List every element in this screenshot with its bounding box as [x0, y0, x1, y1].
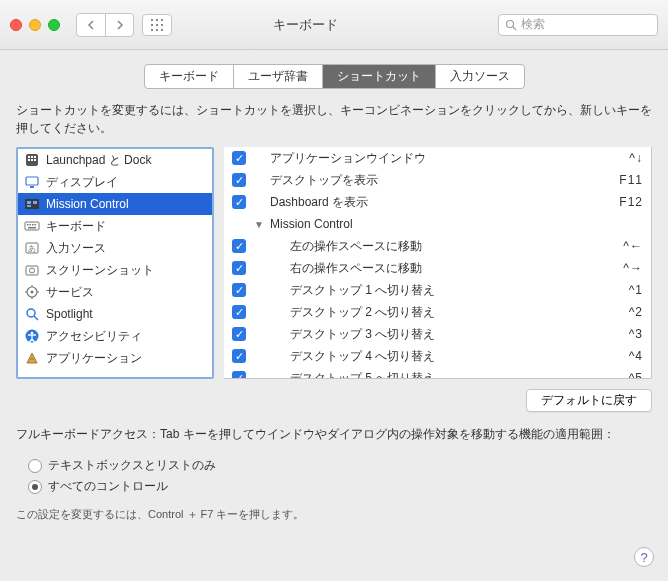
sidebar-item-display[interactable]: ディスプレイ — [18, 171, 212, 193]
sidebar-item-accessibility[interactable]: アクセシビリティ — [18, 325, 212, 347]
sidebar-item-spotlight[interactable]: Spotlight — [18, 303, 212, 325]
shortcut-checkbox[interactable]: ✓ — [232, 349, 246, 363]
svg-text:あ: あ — [28, 244, 36, 253]
shortcut-checkbox[interactable]: ✓ — [232, 239, 246, 253]
shortcut-key[interactable]: F12 — [603, 195, 643, 209]
shortcut-key[interactable]: F11 — [603, 173, 643, 187]
shortcut-row[interactable]: ✓右の操作スペースに移動^→ — [224, 257, 651, 279]
shortcut-checkbox[interactable]: ✓ — [232, 195, 246, 209]
sidebar-item-services[interactable]: サービス — [18, 281, 212, 303]
shortcut-key[interactable]: ^1 — [603, 283, 643, 297]
sidebar-item-label: スクリーンショット — [46, 262, 154, 279]
svg-rect-24 — [25, 222, 39, 230]
sidebar-item-input[interactable]: あ入力ソース — [18, 237, 212, 259]
sidebar-item-screenshot[interactable]: スクリーンショット — [18, 259, 212, 281]
input-icon: あ — [24, 240, 40, 256]
shortcut-checkbox[interactable]: ✓ — [232, 261, 246, 275]
tab-3[interactable]: 入力ソース — [435, 65, 524, 88]
tab-2[interactable]: ショートカット — [322, 65, 435, 88]
shortcut-row[interactable]: ✓デスクトップを表示F11 — [224, 169, 651, 191]
shortcut-label: デスクトップ 4 へ切り替え — [268, 348, 603, 365]
search-input[interactable]: 検索 — [498, 14, 658, 36]
spotlight-icon — [24, 306, 40, 322]
shortcut-checkbox[interactable]: ✓ — [232, 283, 246, 297]
svg-rect-26 — [30, 224, 32, 226]
window-title: キーボード — [120, 16, 490, 34]
shortcut-checkbox[interactable]: ✓ — [232, 305, 246, 319]
shortcut-checkbox[interactable]: ✓ — [232, 173, 246, 187]
shortcut-label: デスクトップ 5 へ切り替え — [268, 370, 603, 380]
shortcut-label: Dashboard を表示 — [268, 194, 603, 211]
sidebar-item-launchpad[interactable]: Launchpad と Dock — [18, 149, 212, 171]
fka-radio-0[interactable]: テキストボックスとリストのみ — [28, 455, 640, 476]
shortcut-list[interactable]: ✓アプリケーションウインドウ^↓✓デスクトップを表示F11✓Dashboard … — [224, 147, 652, 379]
shortcut-key[interactable]: ^3 — [603, 327, 643, 341]
instruction-text: ショートカットを変更するには、ショートカットを選択し、キーコンビネーションをクリ… — [0, 99, 668, 147]
svg-rect-16 — [31, 159, 33, 161]
shortcut-row[interactable]: ✓デスクトップ 5 へ切り替え^5 — [224, 367, 651, 379]
shortcut-row[interactable]: ✓Dashboard を表示F12 — [224, 191, 651, 213]
svg-point-9 — [507, 20, 514, 27]
shortcut-row[interactable]: ✓アプリケーションウインドウ^↓ — [224, 147, 651, 169]
restore-row: デフォルトに戻す — [0, 379, 668, 426]
svg-rect-14 — [34, 156, 36, 158]
accessibility-icon — [24, 328, 40, 344]
sidebar-item-mission[interactable]: Mission Control — [18, 193, 212, 215]
svg-rect-21 — [27, 201, 31, 204]
shortcut-row[interactable]: ✓デスクトップ 4 へ切り替え^4 — [224, 345, 651, 367]
help-button[interactable]: ? — [634, 547, 654, 567]
app-icon — [24, 350, 40, 366]
radio-label: すべてのコントロール — [48, 478, 168, 495]
shortcut-checkbox[interactable]: ✓ — [232, 371, 246, 379]
shortcut-row[interactable]: ✓デスクトップ 3 へ切り替え^3 — [224, 323, 651, 345]
shortcut-label: 左の操作スペースに移動 — [268, 238, 603, 255]
svg-line-10 — [513, 27, 516, 30]
shortcut-row[interactable]: ✓デスクトップ 1 へ切り替え^1 — [224, 279, 651, 301]
svg-rect-28 — [35, 224, 37, 226]
search-placeholder: 検索 — [521, 16, 545, 33]
keyboard-icon — [24, 218, 40, 234]
shortcut-key[interactable]: ^2 — [603, 305, 643, 319]
traffic-lights — [10, 19, 60, 31]
tab-1[interactable]: ユーザ辞書 — [233, 65, 322, 88]
shortcut-key[interactable]: ^5 — [603, 371, 643, 379]
tab-0[interactable]: キーボード — [145, 65, 233, 88]
fka-note: この設定を変更するには、Control ＋ F7 キーを押します。 — [0, 503, 668, 522]
shortcut-row[interactable]: ▼Mission Control — [224, 213, 651, 235]
close-button[interactable] — [10, 19, 22, 31]
svg-point-43 — [31, 332, 34, 335]
titlebar: キーボード 検索 — [0, 0, 668, 50]
shortcut-key[interactable]: ^4 — [603, 349, 643, 363]
shortcut-key[interactable]: ^→ — [603, 261, 643, 275]
sidebar-item-label: アクセシビリティ — [46, 328, 142, 345]
shortcut-checkbox[interactable]: ✓ — [232, 327, 246, 341]
sidebar-item-label: 入力ソース — [46, 240, 106, 257]
radio-label: テキストボックスとリストのみ — [48, 457, 216, 474]
svg-rect-23 — [27, 205, 31, 207]
full-keyboard-access-label: フルキーボードアクセス：Tab キーを押してウインドウやダイアログ内の操作対象を… — [0, 426, 668, 449]
sidebar-item-app[interactable]: アプリケーション — [18, 347, 212, 369]
fka-radio-1[interactable]: すべてのコントロール — [28, 476, 640, 497]
display-icon — [24, 174, 40, 190]
sidebar-item-label: ディスプレイ — [46, 174, 118, 191]
svg-rect-25 — [27, 224, 29, 226]
svg-rect-29 — [28, 227, 36, 229]
restore-defaults-button[interactable]: デフォルトに戻す — [526, 389, 652, 412]
svg-rect-17 — [34, 159, 36, 161]
shortcut-key[interactable]: ^↓ — [603, 151, 643, 165]
disclosure-triangle-icon[interactable]: ▼ — [254, 219, 268, 230]
shortcut-row[interactable]: ✓デスクトップ 2 へ切り替え^2 — [224, 301, 651, 323]
shortcut-label: Mission Control — [268, 217, 603, 231]
shortcut-row[interactable]: ✓左の操作スペースに移動^← — [224, 235, 651, 257]
zoom-button[interactable] — [48, 19, 60, 31]
category-sidebar[interactable]: Launchpad と DockディスプレイMission Controlキーボ… — [16, 147, 214, 379]
radio-dot — [28, 459, 42, 473]
back-button[interactable] — [77, 14, 105, 36]
shortcut-key[interactable]: ^← — [603, 239, 643, 253]
launchpad-icon — [24, 152, 40, 168]
sidebar-item-keyboard[interactable]: キーボード — [18, 215, 212, 237]
shortcut-checkbox[interactable]: ✓ — [232, 151, 246, 165]
minimize-button[interactable] — [29, 19, 41, 31]
sidebar-item-label: キーボード — [46, 218, 106, 235]
sidebar-item-label: サービス — [46, 284, 94, 301]
